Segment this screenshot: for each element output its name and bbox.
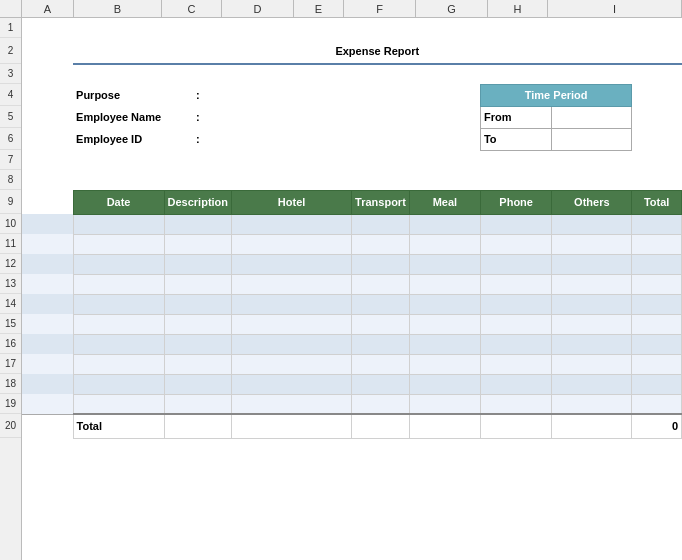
row-1 bbox=[22, 18, 682, 38]
cell-6a bbox=[22, 128, 73, 150]
row-3-empty bbox=[22, 64, 682, 84]
spreadsheet-body: 1 2 3 4 5 6 7 8 9 10 11 12 13 14 15 16 1… bbox=[0, 18, 682, 560]
header-total: Total bbox=[632, 190, 682, 214]
row-num-18: 18 bbox=[0, 374, 21, 394]
row-num-4: 4 bbox=[0, 84, 21, 106]
from-value[interactable] bbox=[552, 106, 632, 128]
to-label: To bbox=[480, 128, 551, 150]
header-others: Others bbox=[552, 190, 632, 214]
row-num-5: 5 bbox=[0, 106, 21, 128]
col-header-c: C bbox=[162, 0, 222, 17]
data-row-17 bbox=[22, 354, 682, 374]
row-7-empty bbox=[22, 150, 682, 170]
row-num-16: 16 bbox=[0, 334, 21, 354]
row-num-19: 19 bbox=[0, 394, 21, 414]
cell-4i bbox=[632, 84, 682, 106]
header-transport: Transport bbox=[352, 190, 410, 214]
total-a bbox=[22, 414, 73, 438]
cell-5i bbox=[632, 106, 682, 128]
cell-4a bbox=[22, 84, 73, 106]
col-header-a: A bbox=[22, 0, 74, 17]
col-header-e: E bbox=[294, 0, 344, 17]
cell-5a bbox=[22, 106, 73, 128]
cell-1g bbox=[480, 18, 551, 38]
data-row-14 bbox=[22, 294, 682, 314]
grid-area: Expense Report Purpose : Time Period bbox=[22, 18, 682, 560]
cell-1c bbox=[164, 18, 232, 38]
to-value[interactable] bbox=[552, 128, 632, 150]
cell-1d bbox=[232, 18, 352, 38]
col-header-b: B bbox=[74, 0, 162, 17]
spreadsheet: A B C D E F G H I 1 2 3 4 5 6 7 8 9 10 1… bbox=[0, 0, 682, 560]
row-5: Employee Name : From bbox=[22, 106, 682, 128]
row-num-7: 7 bbox=[0, 150, 21, 170]
cell-1b bbox=[73, 18, 164, 38]
data-row-19 bbox=[22, 394, 682, 414]
row-7 bbox=[22, 150, 682, 170]
cell-1a bbox=[22, 18, 73, 38]
employee-name-label: Employee Name bbox=[73, 106, 164, 128]
header-meal: Meal bbox=[409, 190, 480, 214]
row-9-headers: Date Description Hotel Transport Meal Ph… bbox=[22, 190, 682, 214]
row-num-17: 17 bbox=[0, 354, 21, 374]
row-num-10: 10 bbox=[0, 214, 21, 234]
data-row-18 bbox=[22, 374, 682, 394]
row-num-3: 3 bbox=[0, 64, 21, 84]
row-num-20: 20 bbox=[0, 414, 21, 438]
row-num-2: 2 bbox=[0, 38, 21, 64]
cell-6i bbox=[632, 128, 682, 150]
row-numbers: 1 2 3 4 5 6 7 8 9 10 11 12 13 14 15 16 1… bbox=[0, 18, 22, 560]
row-num-6: 6 bbox=[0, 128, 21, 150]
row-2: Expense Report bbox=[22, 38, 682, 64]
row-num-11: 11 bbox=[0, 234, 21, 254]
row-8 bbox=[22, 170, 682, 190]
total-hotel bbox=[232, 414, 352, 438]
row-num-9: 9 bbox=[0, 190, 21, 214]
main-table: Expense Report Purpose : Time Period bbox=[22, 18, 682, 439]
total-desc bbox=[164, 414, 232, 438]
cell-1e bbox=[352, 18, 410, 38]
col-headers: A B C D E F G H I bbox=[0, 0, 682, 18]
cell-9a bbox=[22, 190, 73, 214]
header-hotel: Hotel bbox=[232, 190, 352, 214]
col-header-i: I bbox=[548, 0, 682, 17]
header-description: Description bbox=[164, 190, 232, 214]
row-num-8: 8 bbox=[0, 170, 21, 190]
data-row-13 bbox=[22, 274, 682, 294]
from-label: From bbox=[480, 106, 551, 128]
cell-4ef bbox=[352, 84, 481, 106]
row-num-15: 15 bbox=[0, 314, 21, 334]
data-row-12 bbox=[22, 254, 682, 274]
report-title: Expense Report bbox=[73, 38, 681, 64]
employee-id-value[interactable] bbox=[232, 128, 352, 150]
total-meal bbox=[409, 414, 480, 438]
cell-1h bbox=[552, 18, 632, 38]
data-row-15 bbox=[22, 314, 682, 334]
purpose-value[interactable] bbox=[232, 84, 352, 106]
row-3 bbox=[22, 64, 682, 84]
cell-1f bbox=[409, 18, 480, 38]
purpose-label: Purpose bbox=[73, 84, 164, 106]
header-date: Date bbox=[73, 190, 164, 214]
row-num-1: 1 bbox=[0, 18, 21, 38]
col-header-h: H bbox=[488, 0, 548, 17]
row-4: Purpose : Time Period bbox=[22, 84, 682, 106]
col-header-d: D bbox=[222, 0, 294, 17]
data-row-11 bbox=[22, 234, 682, 254]
employee-name-value[interactable] bbox=[232, 106, 352, 128]
employee-id-colon: : bbox=[164, 128, 232, 150]
employee-name-colon: : bbox=[164, 106, 232, 128]
total-transport bbox=[352, 414, 410, 438]
purpose-colon: : bbox=[164, 84, 232, 106]
cell-5ef bbox=[352, 106, 481, 128]
row-num-14: 14 bbox=[0, 294, 21, 314]
cell-6ef bbox=[352, 128, 481, 150]
total-value: 0 bbox=[632, 414, 682, 438]
total-label: Total bbox=[73, 414, 164, 438]
employee-id-label: Employee ID bbox=[73, 128, 164, 150]
total-others bbox=[552, 414, 632, 438]
time-period-header: Time Period bbox=[480, 84, 631, 106]
cell-2a bbox=[22, 38, 73, 64]
data-row-10 bbox=[22, 214, 682, 234]
row-num-13: 13 bbox=[0, 274, 21, 294]
